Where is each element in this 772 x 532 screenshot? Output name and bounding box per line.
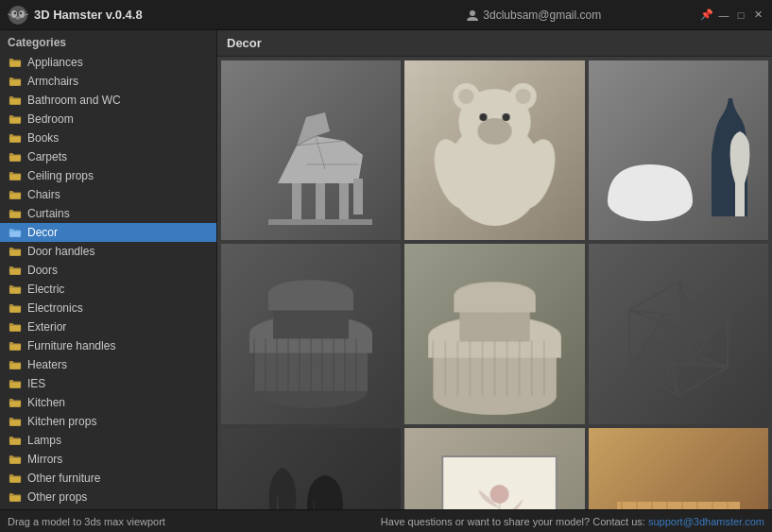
sidebar-item-other-furniture[interactable]: Other furniture (0, 469, 216, 488)
sidebar-item-other-props[interactable]: Other props (0, 488, 216, 506)
status-right: Have questions or want to share your mod… (381, 516, 764, 527)
title-bar: 3D Hamster v.0.4.8 3dclubsam@gmail.com 📌… (0, 0, 772, 30)
sidebar-item-lamps[interactable]: Lamps (0, 431, 216, 450)
folder-icon (8, 244, 23, 259)
grid-item-5[interactable] (589, 244, 768, 423)
minimize-button[interactable]: — (717, 9, 730, 22)
grid-item-3[interactable] (221, 244, 401, 423)
sidebar-item-electric[interactable]: Electric (0, 280, 216, 299)
window-controls: 📌 — □ ✕ (700, 9, 764, 22)
sidebar-item-appliances[interactable]: Appliances (0, 53, 216, 72)
thumbnail-canvas-0 (221, 60, 401, 240)
sidebar-item-chairs[interactable]: Chairs (0, 185, 216, 204)
thumbnail-canvas-1 (404, 60, 584, 240)
support-link[interactable]: support@3dhamster.com (648, 516, 764, 527)
content-header: Decor (217, 30, 772, 57)
sidebar-item-bedroom[interactable]: Bedroom (0, 110, 216, 129)
sidebar-item-carpets[interactable]: Carpets (0, 147, 216, 166)
grid-item-6[interactable] (221, 428, 401, 509)
sidebar-list: Appliances Armchairs Bathroom and WC Bed… (0, 53, 216, 509)
sidebar-item-label: Books (27, 131, 59, 145)
sidebar-item-label: Appliances (27, 56, 83, 69)
sidebar-item-label: Carpets (27, 150, 67, 163)
sidebar-item-label: Other props (27, 490, 87, 504)
sidebar: Categories Appliances Armchairs Bathroom… (0, 30, 217, 509)
status-bar: Drag a model to 3ds max viewport Have qu… (0, 509, 772, 532)
sidebar-item-label: Curtains (27, 207, 70, 220)
svg-point-4 (20, 11, 22, 13)
content-area: Decor (217, 30, 772, 509)
sidebar-item-label: Furniture handles (27, 339, 115, 352)
folder-icon (8, 93, 23, 108)
folder-icon (8, 74, 23, 89)
sidebar-item-books[interactable]: Books (0, 129, 216, 147)
sidebar-item-furniture-handles[interactable]: Furniture handles (0, 336, 216, 355)
grid-item-1[interactable] (404, 60, 584, 240)
folder-icon (8, 225, 23, 240)
sidebar-item-label: Bedroom (27, 112, 74, 126)
sidebar-item-heaters[interactable]: Heaters (0, 355, 216, 374)
svg-point-8 (470, 10, 475, 16)
sidebar-item-mirrors[interactable]: Mirrors (0, 450, 216, 469)
grid-item-2[interactable] (589, 60, 768, 240)
folder-icon (8, 338, 23, 353)
sidebar-item-label: IES (27, 377, 45, 390)
categories-header: Categories (0, 30, 216, 53)
sidebar-item-kitchen[interactable]: Kitchen (0, 393, 216, 412)
thumbnail-canvas-3 (221, 244, 401, 423)
sidebar-item-bathroom-and-wc[interactable]: Bathroom and WC (0, 91, 216, 110)
sidebar-item-label: Decor (27, 226, 58, 239)
grid-item-8[interactable] (589, 428, 768, 509)
folder-icon (8, 282, 23, 297)
sidebar-item-kitchen-props[interactable]: Kitchen props (0, 412, 216, 431)
pin-button[interactable]: 📌 (700, 9, 713, 22)
sidebar-item-electronics[interactable]: Electronics (0, 299, 216, 317)
folder-icon (8, 149, 23, 164)
app-logo (8, 5, 28, 26)
grid-item-7[interactable] (404, 428, 584, 509)
user-icon (466, 9, 479, 22)
folder-icon (8, 433, 23, 448)
sidebar-item-label: Door handles (27, 245, 94, 258)
folder-icon (8, 319, 23, 335)
sidebar-item-door-handles[interactable]: Door handles (0, 242, 216, 261)
folder-icon (8, 263, 23, 278)
main-area: Categories Appliances Armchairs Bathroom… (0, 30, 772, 509)
image-grid (221, 60, 768, 509)
sidebar-item-ceiling-props[interactable]: Ceiling props (0, 166, 216, 185)
sidebar-item-label: Chairs (27, 188, 60, 201)
sidebar-item-doors[interactable]: Doors (0, 261, 216, 280)
folder-icon (8, 55, 23, 70)
maximize-button[interactable]: □ (734, 9, 747, 22)
svg-point-1 (11, 10, 17, 18)
folder-icon (8, 452, 23, 467)
sidebar-item-curtains[interactable]: Curtains (0, 204, 216, 223)
grid-item-0[interactable] (221, 60, 401, 240)
sidebar-item-ies[interactable]: IES (0, 374, 216, 393)
folder-icon (8, 471, 23, 486)
sidebar-item-label: Exterior (27, 320, 66, 334)
user-email-area: 3dclubsam@gmail.com (368, 9, 701, 22)
folder-icon (8, 168, 23, 183)
folder-icon (8, 489, 23, 505)
grid-item-4[interactable] (404, 244, 584, 423)
folder-icon (8, 300, 23, 316)
folder-icon (8, 187, 23, 202)
folder-icon (8, 414, 23, 429)
thumbnail-canvas-5 (589, 244, 768, 423)
sidebar-item-exterior[interactable]: Exterior (0, 317, 216, 336)
sidebar-list-wrapper[interactable]: Appliances Armchairs Bathroom and WC Bed… (0, 53, 216, 509)
grid-wrapper[interactable] (217, 57, 772, 509)
sidebar-item-label: Electric (27, 283, 64, 296)
sidebar-item-label: Heaters (27, 358, 67, 371)
sidebar-item-label: Lamps (27, 434, 61, 447)
sidebar-item-decor[interactable]: Decor (0, 223, 216, 242)
close-button[interactable]: ✕ (751, 9, 764, 22)
svg-point-2 (19, 10, 25, 18)
sidebar-item-label: Armchairs (27, 75, 78, 88)
sidebar-item-label: Kitchen (27, 396, 65, 409)
thumbnail-canvas-8 (589, 428, 768, 509)
sidebar-item-armchairs[interactable]: Armchairs (0, 72, 216, 91)
sidebar-item-label: Mirrors (27, 453, 62, 466)
folder-icon (8, 376, 23, 391)
